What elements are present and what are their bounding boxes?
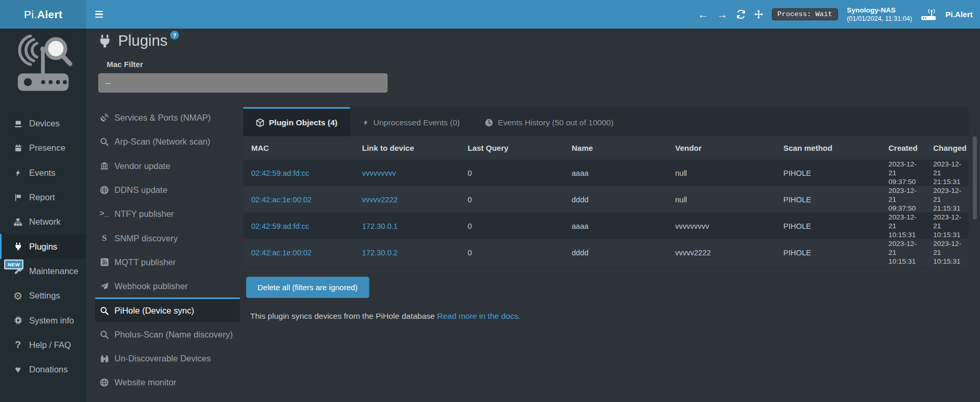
col-header-created[interactable]: Created (881, 144, 925, 152)
plug-icon (12, 242, 23, 251)
plugin-nav-services-ports[interactable]: Services & Ports (NMAP) (95, 105, 240, 129)
device-link[interactable]: 172.30.0.1 (354, 222, 460, 230)
top-navbar: Pi.Alert ← → Process: Wait Synology-NAS (0, 0, 980, 29)
last-query-cell: 0 (460, 249, 564, 257)
page-title: Plugins (118, 31, 167, 50)
sidebar-item-label: Events (29, 168, 55, 178)
sidebar-item-label: Network (29, 217, 61, 227)
vendor-cell: null (667, 196, 776, 204)
scan-method-cell: PIHOLE (776, 249, 881, 257)
plugin-nav-mqtt-publisher[interactable]: MQTT publisher (95, 250, 240, 274)
terminal-icon: >_ (99, 210, 110, 218)
last-query-cell: 0 (460, 222, 564, 230)
refresh-icon[interactable] (737, 10, 745, 19)
router-icon (921, 8, 936, 21)
sidebar-item-label: Donations (29, 365, 68, 374)
sidebar-item-help-faq[interactable]: ? Help / FAQ (0, 333, 86, 357)
move-icon[interactable] (754, 10, 763, 19)
col-header-scan-method[interactable]: Scan method (776, 144, 881, 152)
tab-plugin-objects[interactable]: Plugin Objects (4) (243, 107, 350, 136)
sidebar-item-network[interactable]: Network (0, 210, 86, 234)
sidebar-item-system-info[interactable]: System info (0, 308, 86, 332)
last-query-cell: 0 (460, 196, 564, 204)
process-status-badge[interactable]: Process: Wait (772, 8, 838, 20)
sidebar-item-donations[interactable]: ♥ Donations (0, 357, 86, 382)
col-header-vendor[interactable]: Vendor (667, 144, 776, 152)
sidebar-item-presence[interactable]: Presence (0, 136, 86, 160)
cube-icon (256, 119, 264, 127)
col-header-link[interactable]: Link to device (354, 144, 460, 152)
plugin-nav-undiscoverable-devices[interactable]: Un-Discoverable Devices (95, 346, 240, 370)
clock-icon (485, 119, 493, 127)
sidebar-item-report[interactable]: Report (0, 185, 86, 210)
plugin-nav-vendor-update[interactable]: Vendor update (95, 153, 240, 177)
page-header: Plugins ? (98, 31, 179, 50)
plugin-nav-label: PiHole (Device sync) (114, 306, 194, 316)
sidebar-item-events[interactable]: Events (0, 161, 86, 185)
mac-link[interactable]: 02:42:ac:1e:00:02 (243, 249, 354, 257)
sidebar-item-label: System info (29, 316, 74, 326)
plugin-nav-arp-scan[interactable]: Arp-Scan (Network scan) (95, 129, 240, 153)
brand-logo[interactable]: Pi.Alert (0, 0, 86, 29)
col-header-changed[interactable]: Changed (925, 144, 969, 152)
scrollbar-thumb[interactable] (973, 136, 977, 219)
plugin-nav-ddns-update[interactable]: DDNS update (95, 177, 240, 201)
topbar-right-cluster: ← → Process: Wait Synology-NAS (01/01/20… (698, 0, 973, 29)
hamburger-menu-icon[interactable] (95, 11, 103, 18)
sidebar-item-label: Help / FAQ (29, 340, 71, 350)
globe-icon (99, 186, 110, 194)
mac-link[interactable]: 02:42:59:ad:fd:cc (243, 169, 354, 177)
help-badge[interactable]: ? (170, 31, 179, 40)
plugin-nav-label: NTFY publisher (114, 209, 174, 219)
plugin-nav-label: Services & Ports (NMAP) (114, 113, 211, 123)
plugin-nav-label: SNMP discovery (114, 234, 178, 243)
satellite-dish-icon (99, 113, 110, 122)
read-docs-link[interactable]: Read more in the docs. (437, 312, 520, 320)
pialert-logo-router-icon (14, 35, 73, 101)
sidebar-item-label: Devices (29, 119, 60, 128)
tab-unprocessed-events[interactable]: Unprocessed Events (0) (350, 107, 472, 136)
plugin-nav-pihole-device-sync[interactable]: PiHole (Device sync) (95, 297, 240, 321)
paper-plane-icon (99, 282, 110, 291)
globe-icon (99, 378, 110, 387)
sitemap-icon (12, 218, 23, 226)
pialert-app: Pi.Alert ← → Process: Wait Synology-NAS (0, 0, 980, 402)
sidebar-item-label: Presence (29, 143, 66, 153)
plugin-nav-pholus-scan[interactable]: Pholus-Scan (Name discovery) (95, 322, 240, 346)
table-row: 02:42:ac:1e:00:02 172.30.0.2 0 dddd vvvv… (243, 239, 969, 266)
sidebar-item-devices[interactable]: Devices (0, 111, 86, 136)
back-arrow-icon[interactable]: ← (698, 9, 708, 20)
changed-cell: 2023-12-21 10:15:31 (925, 239, 969, 266)
device-link[interactable]: vvvvv2222 (354, 196, 460, 204)
col-header-name[interactable]: Name (564, 144, 667, 152)
tab-events-history[interactable]: Events History (50 out of 10000) (472, 107, 626, 136)
sidebar-item-settings[interactable]: ⚙ Settings (0, 283, 86, 308)
name-cell: dddd (564, 249, 667, 257)
plugin-nav-webhook-publisher[interactable]: Webhook publisher (95, 274, 240, 297)
plugin-nav-snmp-discovery[interactable]: S SNMP discovery (95, 225, 240, 249)
sidebar-item-plugins[interactable]: Plugins (0, 234, 86, 258)
col-header-mac[interactable]: MAC (243, 144, 354, 152)
laptop-icon (12, 120, 23, 128)
bolt-icon (12, 168, 23, 177)
delete-all-button[interactable]: Delete all (filters are ignored) (246, 277, 369, 298)
question-icon: ? (12, 339, 23, 351)
forward-arrow-icon[interactable]: → (717, 9, 728, 20)
mac-link[interactable]: 02:42:ac:1e:00:02 (243, 196, 354, 204)
col-header-last-query[interactable]: Last Query (460, 144, 564, 152)
sidebar: Devices Presence Events Report (0, 29, 86, 402)
mac-link[interactable]: 02:42:59:ad:fd:cc (243, 222, 354, 230)
table-header-row: MAC Link to device Last Query Name Vendo… (243, 136, 969, 160)
binoculars-icon (99, 355, 110, 363)
plugin-nav-ntfy-publisher[interactable]: >_ NTFY publisher (95, 201, 240, 225)
host-name: Synology-NAS (847, 6, 912, 15)
plugin-nav-website-monitor[interactable]: Website monitor (95, 370, 240, 394)
mac-filter-input[interactable]: -- (98, 73, 388, 93)
tab-label: Plugin Objects (4) (269, 118, 338, 127)
plugin-nav-list: Services & Ports (NMAP) Arp-Scan (Networ… (95, 105, 240, 394)
scan-method-cell: PIHOLE (776, 196, 881, 204)
device-link[interactable]: vvvvvvvvv (354, 169, 460, 177)
sidebar-item-label: Settings (29, 291, 60, 301)
sidebar-item-label: Report (29, 192, 55, 202)
device-link[interactable]: 172.30.0.2 (354, 249, 460, 257)
